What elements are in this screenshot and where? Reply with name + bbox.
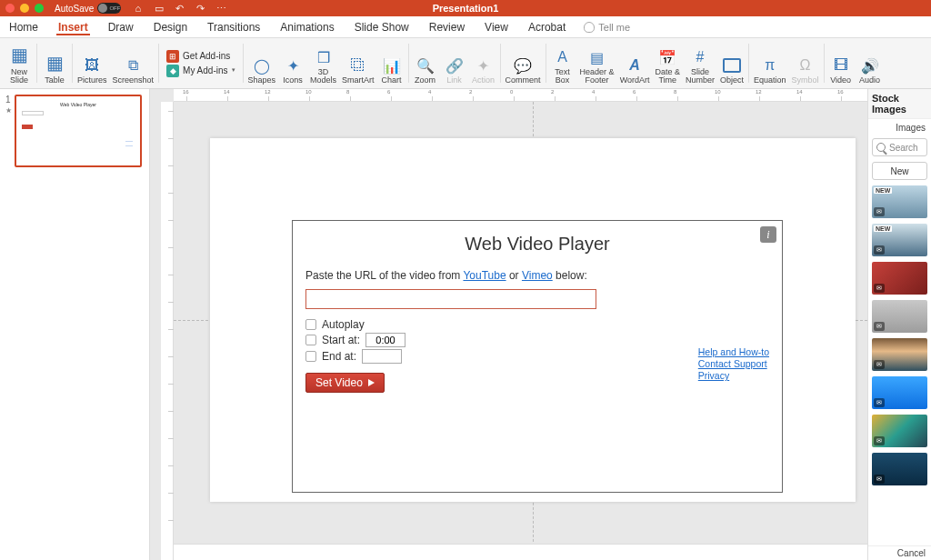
menu-home[interactable]: Home: [7, 19, 40, 35]
privacy-link[interactable]: Privacy: [698, 370, 769, 382]
info-button[interactable]: i: [760, 226, 776, 243]
startat-checkbox[interactable]: [305, 335, 316, 345]
slide-canvas[interactable]: i Web Video Player Paste the URL of the …: [174, 102, 867, 560]
startat-label: Start at:: [322, 334, 360, 346]
endat-input[interactable]: [362, 349, 402, 364]
pictures-button[interactable]: 🖼 Pictures: [75, 40, 110, 86]
web-video-player-addin[interactable]: i Web Video Player Paste the URL of the …: [292, 220, 783, 493]
animation-star-icon: ★: [5, 106, 13, 115]
menu-design[interactable]: Design: [152, 19, 189, 35]
stock-thumb[interactable]: ✉: [872, 338, 927, 371]
slide-thumb-preview[interactable]: Web Video Player ————: [15, 95, 142, 167]
headerfooter-button[interactable]: ▤Header & Footer: [577, 40, 617, 86]
slidenumber-icon: #: [690, 47, 710, 67]
stock-thumb[interactable]: NEW✉: [872, 185, 927, 218]
menu-view[interactable]: View: [483, 19, 510, 35]
slidenumber-button[interactable]: #Slide Number: [683, 40, 717, 86]
link-button: 🔗Link: [440, 40, 469, 86]
calendar-icon: 📅: [657, 47, 677, 67]
autoplay-row: Autoplay: [305, 318, 769, 331]
zoom-button[interactable]: 🔍Zoom: [411, 40, 440, 86]
smartart-button[interactable]: ⿻SmartArt: [339, 40, 377, 86]
symbol-button: ΩSymbol: [789, 40, 822, 86]
help-howto-link[interactable]: Help and How-to: [698, 346, 769, 358]
stock-pane-title: Stock Images: [868, 89, 931, 119]
myaddins-icon: ◆: [166, 65, 179, 77]
image-type-icon: ✉: [874, 360, 885, 369]
comment-button[interactable]: 💬Comment: [503, 40, 544, 86]
menu-animations[interactable]: Animations: [278, 19, 335, 35]
menu-insert[interactable]: Insert: [56, 19, 90, 35]
textbox-icon: A: [553, 47, 573, 67]
table-button[interactable]: ▦ Table: [39, 40, 70, 86]
endat-checkbox[interactable]: [305, 351, 316, 362]
notes-pane[interactable]: Click to add notes: [174, 544, 867, 560]
image-type-icon: ✉: [874, 245, 885, 255]
pictures-icon: 🖼: [82, 55, 102, 75]
object-button[interactable]: Object: [717, 40, 746, 86]
stock-images-pane: Stock Images Images Search New NEW✉NEW✉✉…: [867, 89, 931, 560]
object-icon: [722, 55, 742, 75]
my-addins-button[interactable]: ◆My Add-ins▾: [166, 65, 235, 77]
action-icon: ✦: [474, 55, 494, 75]
screenshot-icon: ⧉: [123, 55, 143, 75]
bulb-icon: [584, 22, 595, 33]
screenshot-button[interactable]: ⧉ Screenshot: [110, 40, 157, 86]
stock-thumb[interactable]: NEW✉: [872, 224, 927, 256]
audio-button[interactable]: 🔊Audio: [856, 40, 885, 86]
autoplay-checkbox[interactable]: [305, 319, 316, 330]
video-url-input[interactable]: [305, 289, 596, 309]
stock-thumb[interactable]: ✉: [872, 300, 927, 333]
addins-group: ⊞Get Add-ins ◆My Add-ins▾: [161, 40, 240, 86]
stock-search-input[interactable]: Search: [872, 138, 927, 156]
slide-editing-area: 1614121086420246810121416 i Web Video Pl…: [150, 89, 867, 560]
stock-cancel-button[interactable]: Cancel: [868, 545, 931, 560]
menu-acrobat[interactable]: Acrobat: [526, 19, 567, 35]
shapes-button[interactable]: ◯Shapes: [245, 40, 279, 86]
vertical-ruler: [161, 102, 174, 560]
stock-tab-images[interactable]: Images: [868, 119, 931, 138]
menu-transitions[interactable]: Transitions: [205, 19, 262, 35]
stock-thumb[interactable]: ✉: [872, 453, 927, 485]
youtube-link[interactable]: YouTube: [463, 269, 506, 282]
autoplay-label: Autoplay: [322, 318, 365, 331]
startat-row: Start at:: [305, 333, 769, 347]
slide-1[interactable]: i Web Video Player Paste the URL of the …: [210, 138, 856, 502]
stock-thumb[interactable]: ✉: [872, 262, 927, 295]
wordart-icon: A: [625, 55, 645, 75]
link-icon: 🔗: [445, 55, 465, 75]
stock-new-button[interactable]: New: [872, 162, 927, 180]
menu-slideshow[interactable]: Slide Show: [353, 19, 411, 35]
contact-support-link[interactable]: Contact Support: [698, 358, 769, 370]
menu-review[interactable]: Review: [427, 19, 466, 35]
comment-icon: 💬: [513, 55, 533, 75]
datetime-button[interactable]: 📅Date & Time: [652, 40, 683, 86]
paste-instruction: Paste the URL of the video from YouTube …: [305, 269, 769, 282]
stock-thumb[interactable]: ✉: [872, 415, 927, 447]
3dmodels-button[interactable]: ❒3D Models: [307, 40, 339, 86]
slide-thumb-1[interactable]: 1 ★ Web Video Player ————: [5, 95, 144, 167]
get-addins-button[interactable]: ⊞Get Add-ins: [166, 50, 235, 63]
vimeo-link[interactable]: Vimeo: [522, 269, 553, 282]
window-title: Presentation1: [0, 3, 931, 14]
video-button[interactable]: 🎞Video: [826, 40, 856, 86]
image-type-icon: ✉: [874, 398, 885, 407]
wordart-button[interactable]: AWordArt: [617, 40, 653, 86]
equation-button[interactable]: πEquation: [751, 40, 789, 86]
image-type-icon: ✉: [874, 475, 885, 484]
shapes-icon: ◯: [252, 55, 272, 75]
tell-me-search[interactable]: Tell me: [584, 22, 630, 33]
endat-label: End at:: [322, 350, 356, 363]
stock-thumbnails[interactable]: NEW✉NEW✉✉✉✉✉✉✉: [868, 185, 931, 545]
store-icon: ⊞: [166, 50, 179, 63]
textbox-button[interactable]: AText Box: [548, 40, 577, 86]
set-video-button[interactable]: Set Video: [305, 373, 385, 393]
menu-draw[interactable]: Draw: [106, 19, 135, 35]
stock-thumb[interactable]: ✉: [872, 376, 927, 409]
chart-button[interactable]: 📊Chart: [377, 40, 406, 86]
image-type-icon: ✉: [874, 436, 885, 445]
new-slide-button[interactable]: ▦ New Slide: [4, 40, 35, 86]
slide-thumbnails-panel[interactable]: 1 ★ Web Video Player ————: [0, 89, 150, 560]
icons-button[interactable]: ✦Icons: [278, 40, 307, 86]
startat-input[interactable]: [365, 333, 405, 347]
